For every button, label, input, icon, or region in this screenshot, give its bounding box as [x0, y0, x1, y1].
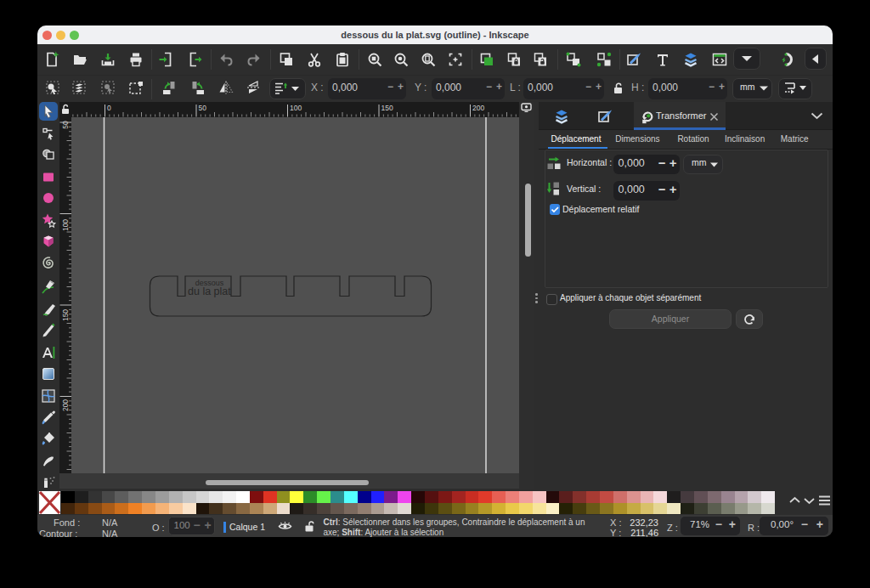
svg-text:du la plat: du la plat — [188, 286, 231, 297]
svg-text:0: 0 — [107, 104, 111, 112]
svg-text:50: 50 — [199, 104, 207, 112]
svg-text:200: 200 — [472, 104, 484, 112]
svg-text:100: 100 — [290, 104, 302, 112]
svg-text:150: 150 — [381, 104, 393, 112]
